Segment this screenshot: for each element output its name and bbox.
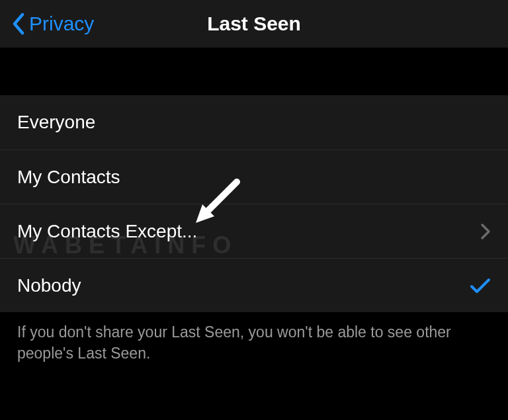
- option-everyone[interactable]: Everyone: [0, 95, 508, 149]
- option-label: Nobody: [17, 275, 81, 296]
- back-button[interactable]: Privacy: [12, 13, 94, 35]
- option-my-contacts[interactable]: My Contacts: [0, 149, 508, 204]
- spacer: [0, 48, 508, 95]
- page-title: Last Seen: [207, 13, 301, 35]
- option-label: My Contacts: [17, 167, 120, 188]
- options-list: Everyone My Contacts My Contacts Except.…: [0, 95, 508, 312]
- back-label: Privacy: [29, 13, 94, 35]
- option-nobody[interactable]: Nobody: [0, 258, 508, 312]
- chevron-right-icon: [480, 223, 491, 240]
- option-label: My Contacts Except...: [17, 221, 197, 242]
- nav-bar: Privacy Last Seen: [0, 0, 508, 48]
- option-label: Everyone: [17, 112, 95, 133]
- option-my-contacts-except[interactable]: My Contacts Except...: [0, 204, 508, 258]
- footer-text: If you don't share your Last Seen, you w…: [0, 312, 508, 373]
- checkmark-icon: [470, 277, 491, 294]
- chevron-left-icon: [12, 13, 25, 35]
